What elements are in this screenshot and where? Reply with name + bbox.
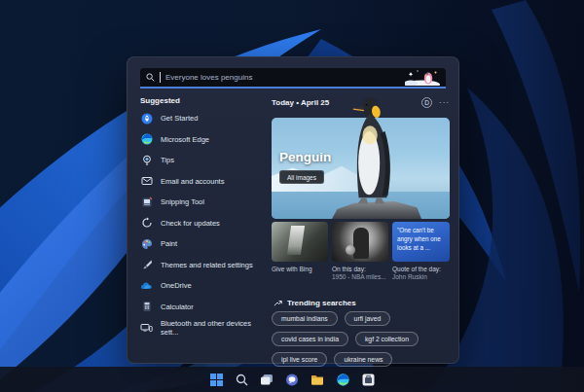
- penguin-graphic: [349, 94, 396, 219]
- store-app-icon[interactable]: [360, 372, 376, 387]
- calculator-icon: [140, 301, 153, 313]
- themes-brush-icon: [140, 259, 153, 271]
- taskbar: [0, 367, 584, 392]
- edge-icon: [140, 133, 153, 146]
- suggested-item-microsoft-edge[interactable]: Microsoft Edge: [140, 129, 269, 151]
- trending-chip[interactable]: ukraine news: [334, 352, 392, 367]
- trending-searches-header: Trending searches: [274, 299, 356, 307]
- tips-lightbulb-icon: [140, 154, 153, 166]
- card-caption-sub: 1950 - NBA miles...: [332, 273, 388, 281]
- updates-refresh-icon: [140, 217, 153, 230]
- trending-header-label: Trending searches: [287, 299, 356, 307]
- text-caret: [160, 72, 161, 83]
- card-caption: On this day: 1950 - NBA miles...: [332, 266, 388, 282]
- email-icon: [140, 175, 153, 188]
- more-options-button[interactable]: ···: [439, 100, 450, 106]
- chat-icon[interactable]: [284, 372, 300, 387]
- card-caption-title: Quote of the day:: [392, 266, 450, 273]
- search-bar[interactable]: [140, 68, 446, 89]
- on-this-day-image: [332, 222, 388, 262]
- suggested-header: Suggested: [140, 96, 269, 105]
- suggested-item-label: Themes and related settings: [161, 261, 253, 269]
- on-this-day-card[interactable]: On this day: 1950 - NBA miles...: [332, 222, 388, 282]
- all-images-button[interactable]: All images: [279, 170, 324, 184]
- give-with-bing-image: [272, 222, 328, 262]
- suggested-item-snipping-tool[interactable]: Snipping Tool: [140, 192, 269, 213]
- trending-chip[interactable]: mumbai indians: [272, 311, 338, 326]
- trending-chip[interactable]: ipl live score: [272, 352, 327, 367]
- search-flyout-panel: Suggested Get Started Microsoft Edge Tip…: [127, 56, 459, 364]
- suggested-item-paint[interactable]: Paint: [140, 233, 269, 255]
- quote-text: "One can't be angry when one looks at a …: [392, 222, 450, 256]
- suggested-item-label: Microsoft Edge: [161, 135, 209, 144]
- snipping-tool-icon: [140, 196, 153, 208]
- suggested-item-label: OneDrive: [161, 281, 192, 290]
- suggested-item-check-updates[interactable]: Check for updates: [140, 213, 269, 234]
- suggested-item-tips[interactable]: Tips: [140, 150, 269, 171]
- get-started-icon: [140, 112, 153, 125]
- suggested-item-calculator[interactable]: Calculator: [140, 297, 269, 318]
- profile-avatar[interactable]: D: [421, 97, 432, 108]
- suggested-item-label: Calculator: [161, 303, 194, 311]
- edge-taskbar-icon[interactable]: [335, 372, 350, 387]
- trending-chip[interactable]: urfi javed: [345, 311, 391, 326]
- search-icon: [146, 73, 155, 82]
- windows-logo-icon[interactable]: [208, 372, 224, 387]
- suggested-section: Suggested Get Started Microsoft Edge Tip…: [140, 96, 269, 339]
- card-caption: Quote of the day: John Ruskin: [392, 266, 450, 282]
- paint-palette-icon: [140, 237, 153, 250]
- trending-chip[interactable]: covid cases in india: [272, 332, 348, 346]
- card-caption-title: On this day:: [332, 266, 388, 273]
- suggested-item-label: Snipping Tool: [161, 197, 204, 206]
- suggested-item-get-started[interactable]: Get Started: [140, 108, 269, 129]
- suggested-item-onedrive[interactable]: OneDrive: [140, 275, 269, 297]
- bluetooth-devices-icon: [140, 321, 153, 334]
- quote-card-background: "One can't be angry when one looks at a …: [392, 222, 450, 262]
- suggested-item-label: Bluetooth and other devices sett...: [161, 319, 269, 337]
- suggested-item-bluetooth-devices[interactable]: Bluetooth and other devices sett...: [140, 317, 269, 339]
- suggested-item-themes-settings[interactable]: Themes and related settings: [140, 255, 269, 276]
- suggested-item-label: Get Started: [161, 114, 198, 123]
- card-caption: Give with Bing: [272, 266, 328, 273]
- suggested-item-label: Check for updates: [161, 219, 220, 228]
- quote-of-the-day-card[interactable]: "One can't be angry when one looks at a …: [392, 222, 450, 282]
- hero-title: Penguin: [279, 150, 331, 164]
- date-label: Today • April 25: [272, 98, 329, 107]
- suggested-item-label: Tips: [161, 156, 174, 164]
- task-view-icon[interactable]: [259, 372, 274, 387]
- trending-chip[interactable]: kgf 2 collection: [355, 332, 419, 346]
- trending-up-icon: [274, 299, 282, 307]
- penguin-snow-illustration: [405, 69, 440, 86]
- suggested-item-email-accounts[interactable]: Email and accounts: [140, 171, 269, 193]
- search-input[interactable]: [165, 73, 400, 82]
- suggested-item-label: Paint: [161, 239, 177, 248]
- daily-content-section: Today • April 25 D ··· Penguin: [272, 96, 450, 359]
- file-explorer-icon[interactable]: [310, 372, 325, 387]
- trending-chips: mumbai indians urfi javed covid cases in…: [272, 311, 450, 367]
- suggested-item-label: Email and accounts: [161, 177, 224, 186]
- taskbar-search-icon[interactable]: [234, 372, 249, 387]
- give-with-bing-card[interactable]: Give with Bing: [272, 222, 328, 273]
- card-caption-sub: John Ruskin: [392, 273, 450, 281]
- onedrive-cloud-icon: [140, 279, 153, 292]
